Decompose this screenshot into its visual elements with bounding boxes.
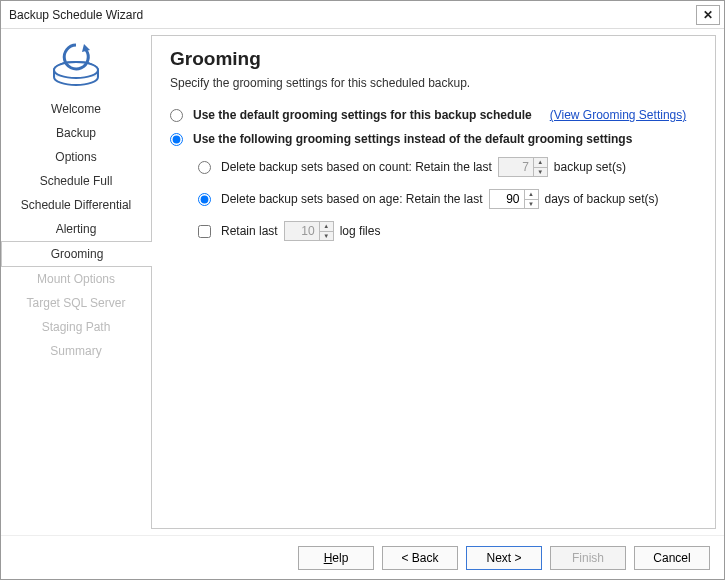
by-count-suffix: backup set(s) bbox=[554, 160, 626, 174]
by-age-row: Delete backup sets based on age: Retain … bbox=[198, 188, 697, 210]
view-grooming-link[interactable]: (View Grooming Settings) bbox=[550, 108, 687, 122]
spin-down-icon: ▼ bbox=[320, 232, 333, 241]
footer: Help < Back Next > Finish Cancel bbox=[1, 535, 724, 579]
log-input bbox=[285, 222, 319, 240]
option-default-row: Use the default grooming settings for th… bbox=[170, 108, 697, 122]
spin-down-icon[interactable]: ▼ bbox=[525, 200, 538, 209]
spin-down-icon: ▼ bbox=[534, 168, 547, 177]
titlebar: Backup Schedule Wizard ✕ bbox=[1, 1, 724, 29]
nav-target-sql: Target SQL Server bbox=[1, 291, 151, 315]
main-panel: Grooming Specify the grooming settings f… bbox=[151, 35, 716, 529]
radio-by-count[interactable] bbox=[198, 161, 211, 174]
radio-use-default[interactable] bbox=[170, 109, 183, 122]
nav-alerting[interactable]: Alerting bbox=[1, 217, 151, 241]
radio-by-age[interactable] bbox=[198, 193, 211, 206]
page-subtitle: Specify the grooming settings for this s… bbox=[170, 76, 697, 90]
by-count-row: Delete backup sets based on count: Retai… bbox=[198, 156, 697, 178]
spin-up-icon: ▲ bbox=[534, 158, 547, 168]
spin-up-icon: ▲ bbox=[320, 222, 333, 232]
nav-backup[interactable]: Backup bbox=[1, 121, 151, 145]
count-spin-buttons: ▲ ▼ bbox=[533, 158, 547, 176]
wizard-body: Welcome Backup Options Schedule Full Sch… bbox=[1, 29, 724, 535]
sidebar: Welcome Backup Options Schedule Full Sch… bbox=[1, 29, 151, 535]
nav-list: Welcome Backup Options Schedule Full Sch… bbox=[1, 97, 151, 363]
nav-staging-path: Staging Path bbox=[1, 315, 151, 339]
nav-mount-options: Mount Options bbox=[1, 267, 151, 291]
nav-options[interactable]: Options bbox=[1, 145, 151, 169]
age-spinner[interactable]: ▲ ▼ bbox=[489, 189, 539, 209]
back-button[interactable]: < Back bbox=[382, 546, 458, 570]
count-spinner: ▲ ▼ bbox=[498, 157, 548, 177]
radio-use-default-label: Use the default grooming settings for th… bbox=[193, 108, 532, 122]
age-input[interactable] bbox=[490, 190, 524, 208]
retain-log-checkbox[interactable] bbox=[198, 225, 211, 238]
close-button[interactable]: ✕ bbox=[696, 5, 720, 25]
radio-use-custom-label: Use the following grooming settings inst… bbox=[193, 132, 632, 146]
window-title: Backup Schedule Wizard bbox=[9, 8, 143, 22]
nav-summary: Summary bbox=[1, 339, 151, 363]
retain-log-post: log files bbox=[340, 224, 381, 238]
page-heading: Grooming bbox=[170, 48, 697, 70]
wizard-window: Backup Schedule Wizard ✕ Welcome Backup … bbox=[0, 0, 725, 580]
custom-suboptions: Delete backup sets based on count: Retai… bbox=[198, 156, 697, 242]
nav-grooming[interactable]: Grooming bbox=[1, 241, 152, 267]
retain-log-row: Retain last ▲ ▼ log files bbox=[198, 220, 697, 242]
nav-schedule-diff[interactable]: Schedule Differential bbox=[1, 193, 151, 217]
finish-button: Finish bbox=[550, 546, 626, 570]
next-button[interactable]: Next > bbox=[466, 546, 542, 570]
retain-log-pre: Retain last bbox=[221, 224, 278, 238]
nav-welcome[interactable]: Welcome bbox=[1, 97, 151, 121]
log-spin-buttons: ▲ ▼ bbox=[319, 222, 333, 240]
backup-box-icon bbox=[49, 41, 103, 87]
close-icon: ✕ bbox=[703, 8, 713, 22]
by-count-prefix: Delete backup sets based on count: Retai… bbox=[221, 160, 492, 174]
age-spin-buttons[interactable]: ▲ ▼ bbox=[524, 190, 538, 208]
by-age-prefix: Delete backup sets based on age: Retain … bbox=[221, 192, 483, 206]
radio-use-custom[interactable] bbox=[170, 133, 183, 146]
spin-up-icon[interactable]: ▲ bbox=[525, 190, 538, 200]
log-spinner: ▲ ▼ bbox=[284, 221, 334, 241]
option-custom-row: Use the following grooming settings inst… bbox=[170, 132, 697, 146]
cancel-button[interactable]: Cancel bbox=[634, 546, 710, 570]
by-age-suffix: days of backup set(s) bbox=[545, 192, 659, 206]
help-button[interactable]: Help bbox=[298, 546, 374, 570]
count-input bbox=[499, 158, 533, 176]
nav-schedule-full[interactable]: Schedule Full bbox=[1, 169, 151, 193]
